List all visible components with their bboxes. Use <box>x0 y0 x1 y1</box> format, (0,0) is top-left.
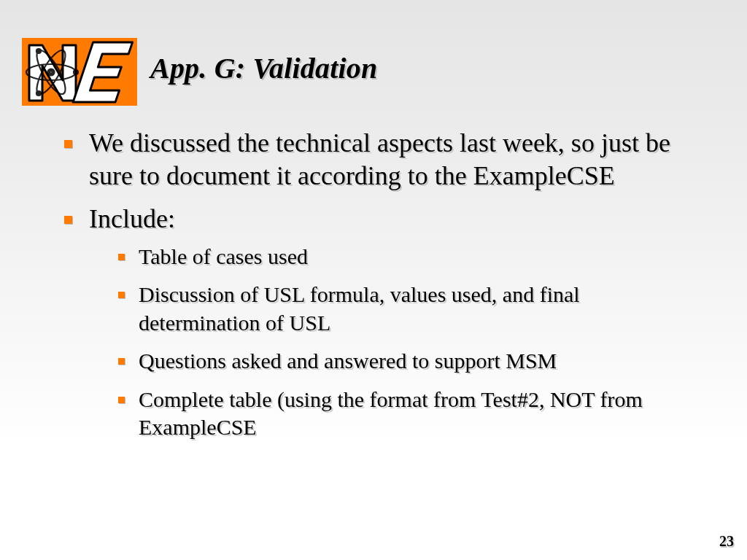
bullet-item: Include: Table of cases used Discussion … <box>64 203 692 441</box>
svg-point-4 <box>50 71 53 74</box>
sub-bullet-item: Discussion of USL formula, values used, … <box>118 281 692 337</box>
svg-point-5 <box>74 70 78 74</box>
atom-ne-icon <box>22 38 137 106</box>
sub-bullet-item: Complete table (using the format from Te… <box>118 386 692 442</box>
sub-bullet-list: Table of cases used Discussion of USL fo… <box>89 243 692 441</box>
sub-bullet-item: Questions asked and answered to support … <box>118 347 692 375</box>
slide-body: We discussed the technical aspects last … <box>64 127 692 451</box>
bullet-item: We discussed the technical aspects last … <box>64 127 692 192</box>
svg-point-6 <box>36 91 41 96</box>
bullet-text: Include: <box>89 204 175 233</box>
sub-bullet-item: Table of cases used <box>118 243 692 271</box>
slide: App. G: Validation We discussed the tech… <box>0 0 747 560</box>
bullet-list: We discussed the technical aspects last … <box>64 127 692 441</box>
slide-title: App. G: Validation <box>150 51 377 85</box>
svg-point-7 <box>36 49 41 53</box>
logo <box>22 38 137 106</box>
page-number: 23 <box>719 533 734 550</box>
